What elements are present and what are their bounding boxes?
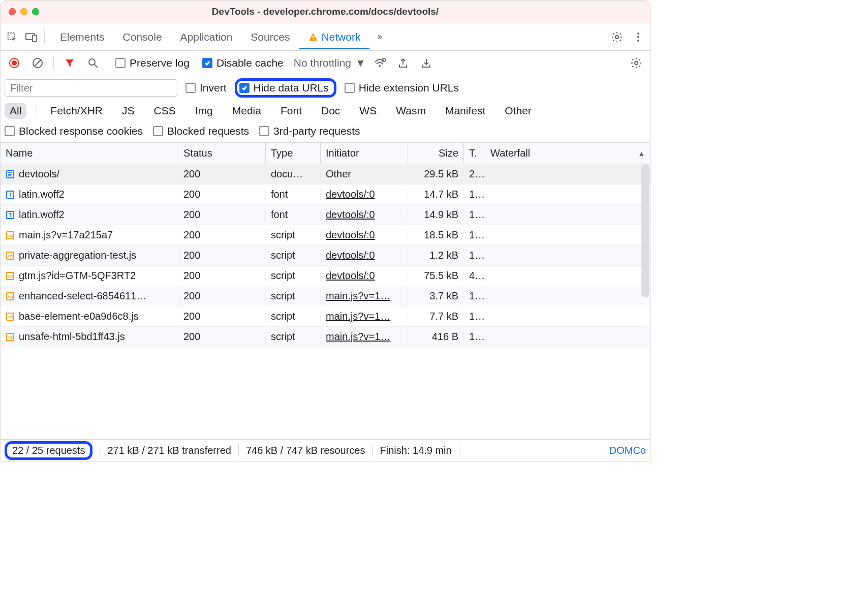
- scrollbar[interactable]: [641, 164, 649, 297]
- request-initiator[interactable]: devtools/:0: [321, 189, 408, 200]
- file-type-icon: T: [6, 190, 15, 199]
- request-type: docu…: [266, 168, 321, 180]
- file-type-icon: <>: [6, 231, 15, 240]
- blocked-requests-label: Blocked requests: [167, 125, 249, 137]
- request-initiator[interactable]: devtools/:0: [321, 229, 408, 241]
- table-row[interactable]: devtools/200docu…Other29.5 kB2..: [1, 164, 650, 184]
- chip-wasm[interactable]: Wasm: [391, 103, 431, 119]
- device-toolbar-icon[interactable]: [22, 27, 41, 47]
- close-window-button[interactable]: [9, 8, 16, 15]
- tab-sources[interactable]: Sources: [241, 25, 299, 49]
- chip-font[interactable]: Font: [275, 103, 307, 119]
- filter-icon[interactable]: [60, 53, 79, 73]
- search-icon[interactable]: [83, 53, 103, 73]
- resource-type-chips: AllFetch/XHRJSCSSImgMediaFontDocWSWasmMa…: [0, 101, 650, 121]
- import-har-icon[interactable]: [417, 53, 436, 73]
- request-status: 200: [178, 250, 266, 261]
- table-row[interactable]: <>enhanced-select-6854611…200scriptmain.…: [1, 286, 650, 306]
- hide-extension-urls-label: Hide extension URLs: [359, 82, 459, 94]
- request-initiator[interactable]: main.js?v=1…: [321, 311, 408, 322]
- table-row[interactable]: Tlatin.woff2200fontdevtools/:014.9 kB1..: [1, 205, 650, 225]
- inspect-element-icon[interactable]: [3, 27, 22, 47]
- request-time: 1..: [464, 290, 485, 302]
- record-button[interactable]: [5, 53, 24, 73]
- request-size: 14.9 kB: [408, 209, 464, 221]
- kebab-menu-icon[interactable]: [629, 27, 648, 47]
- chip-fetchxhr[interactable]: Fetch/XHR: [45, 103, 108, 119]
- checkbox-icon: [259, 126, 269, 136]
- chip-other[interactable]: Other: [500, 103, 537, 119]
- table-row[interactable]: <>private-aggregation-test.js200scriptde…: [1, 245, 650, 266]
- chip-ws[interactable]: WS: [354, 103, 382, 119]
- chip-media[interactable]: Media: [227, 103, 266, 119]
- svg-text:T: T: [9, 192, 12, 198]
- blocked-cookies-label: Blocked response cookies: [19, 125, 143, 137]
- col-status[interactable]: Status: [178, 143, 266, 164]
- chip-all[interactable]: All: [5, 103, 26, 119]
- request-initiator[interactable]: devtools/:0: [321, 270, 408, 282]
- col-name[interactable]: Name: [1, 143, 178, 164]
- blocked-cookies-checkbox[interactable]: Blocked response cookies: [5, 125, 143, 137]
- request-type: script: [266, 331, 321, 343]
- export-har-icon[interactable]: [393, 53, 413, 73]
- invert-checkbox[interactable]: Invert: [185, 82, 227, 94]
- table-row[interactable]: <>gtm.js?id=GTM-5QF3RT2200scriptdevtools…: [1, 266, 650, 286]
- filter-input[interactable]: [5, 79, 177, 97]
- request-name: devtools/: [19, 168, 59, 180]
- caret-down-icon: ▼: [355, 57, 366, 69]
- blocked-row: Blocked response cookies Blocked request…: [0, 121, 650, 143]
- network-settings-icon[interactable]: [627, 53, 646, 73]
- preserve-log-checkbox[interactable]: Preserve log: [115, 57, 190, 69]
- table-row[interactable]: <>main.js?v=17a215a7200scriptdevtools/:0…: [1, 225, 650, 245]
- tab-elements[interactable]: Elements: [51, 25, 114, 49]
- table-row[interactable]: <>unsafe-html-5bd1ff43.js200scriptmain.j…: [1, 327, 650, 347]
- hide-data-urls-checkbox[interactable]: Hide data URLs: [239, 82, 329, 94]
- minimize-window-button[interactable]: [20, 8, 27, 15]
- request-initiator[interactable]: devtools/:0: [321, 209, 408, 221]
- svg-text:<>: <>: [8, 315, 14, 320]
- col-type[interactable]: Type: [266, 143, 321, 164]
- request-time: 1..: [464, 250, 485, 261]
- maximize-window-button[interactable]: [32, 8, 39, 15]
- table-row[interactable]: Tlatin.woff2200fontdevtools/:014.7 kB1..: [1, 184, 650, 205]
- tab-network[interactable]: Network: [299, 25, 369, 49]
- chip-img[interactable]: Img: [190, 103, 218, 119]
- request-size: 416 B: [408, 331, 464, 343]
- settings-icon[interactable]: [607, 27, 627, 47]
- col-initiator[interactable]: Initiator: [321, 143, 408, 164]
- thirdparty-checkbox[interactable]: 3rd-party requests: [259, 125, 360, 137]
- disable-cache-checkbox[interactable]: Disable cache: [202, 57, 284, 69]
- throttling-select[interactable]: No throttling ▼: [294, 57, 366, 69]
- request-initiator[interactable]: devtools/:0: [321, 250, 408, 261]
- more-tabs-button[interactable]: [369, 27, 389, 47]
- checkbox-checked-icon: [239, 83, 250, 93]
- file-type-icon: [6, 170, 15, 179]
- chip-css[interactable]: CSS: [149, 103, 181, 119]
- chip-manifest[interactable]: Manifest: [440, 103, 490, 119]
- svg-point-15: [379, 65, 381, 67]
- request-initiator[interactable]: main.js?v=1…: [321, 290, 408, 302]
- table-row[interactable]: <>base-element-e0a9d6c8.js200scriptmain.…: [1, 306, 650, 327]
- chip-js[interactable]: JS: [117, 103, 140, 119]
- table-header: Name Status Type Initiator Size T. Water…: [1, 143, 650, 164]
- checkbox-icon: [115, 58, 126, 68]
- request-time: 1..: [464, 311, 485, 322]
- file-type-icon: <>: [6, 332, 15, 342]
- request-status: 200: [178, 209, 266, 221]
- request-time: 1..: [464, 189, 485, 200]
- col-time[interactable]: T.: [464, 143, 485, 164]
- col-waterfall[interactable]: Waterfall▲: [485, 143, 650, 164]
- clear-button[interactable]: [28, 53, 47, 73]
- blocked-requests-checkbox[interactable]: Blocked requests: [153, 125, 249, 137]
- tab-console[interactable]: Console: [114, 25, 171, 49]
- request-initiator[interactable]: main.js?v=1…: [321, 331, 408, 343]
- hide-extension-urls-checkbox[interactable]: Hide extension URLs: [345, 82, 459, 94]
- col-size[interactable]: Size: [408, 143, 464, 164]
- tab-application[interactable]: Application: [171, 25, 242, 49]
- svg-point-5: [615, 36, 618, 39]
- chip-doc[interactable]: Doc: [316, 103, 345, 119]
- svg-point-7: [637, 36, 639, 38]
- status-bar: 22 / 25 requests 271 kB / 271 kB transfe…: [0, 439, 650, 462]
- network-conditions-icon[interactable]: [370, 53, 389, 73]
- request-status: 200: [178, 311, 266, 322]
